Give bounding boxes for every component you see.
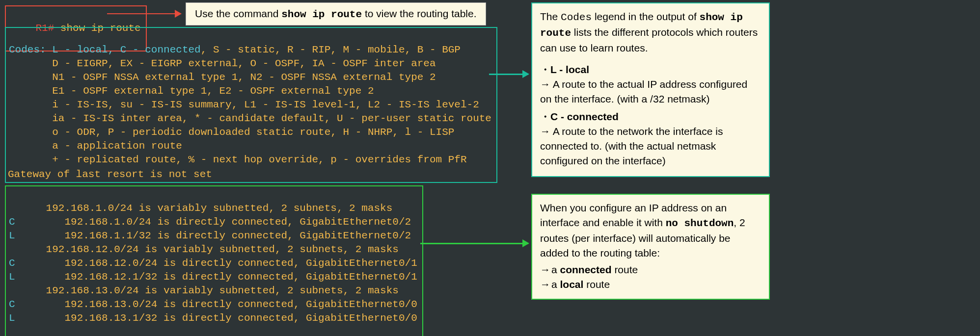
- codes-line: , S - static, R - RIP, M - mobile, B - B…: [201, 44, 461, 55]
- codes-line: + - replicated route, % - next hop overr…: [9, 154, 467, 165]
- route-code: L: [9, 230, 15, 241]
- route-line: 192.168.13.0/24 is variably subnetted, 2…: [9, 285, 399, 296]
- route-code: C: [9, 258, 15, 269]
- list-item-text: route: [583, 279, 610, 290]
- callout-list: L - local A route to the actual IP addre…: [540, 62, 761, 168]
- callout-text: lists the different protocols which rout…: [540, 26, 758, 53]
- route-line: 192.168.1.0/24 is variably subnetted, 2 …: [9, 203, 392, 214]
- callout-text: to view the routing table.: [362, 8, 476, 19]
- callout-mono: Codes: [561, 12, 592, 23]
- codes-line: i - IS-IS, su - IS-IS summary, L1 - IS-I…: [9, 99, 479, 110]
- list-item-bold: local: [560, 279, 584, 290]
- callout-text: The: [540, 11, 561, 22]
- gateway-line: Gateway of last resort is not set: [8, 168, 212, 181]
- route-line: 192.168.1.0/24 is directly connected, Gi…: [15, 216, 411, 228]
- list-item-text: route: [612, 264, 638, 275]
- route-code: C: [9, 216, 15, 228]
- list-item: L - local: [540, 62, 761, 77]
- list-item-label: C - connected: [550, 111, 619, 122]
- route-code: L: [9, 312, 15, 324]
- callout-command-usage: Use the command show ip route to view th…: [186, 2, 486, 26]
- callout-text: Use the command: [195, 8, 281, 19]
- slide-container: R1# show ip route Use the command show i…: [0, 0, 980, 336]
- route-code: L: [9, 271, 15, 283]
- callout-text: The Codes legend in the output of show i…: [540, 9, 761, 55]
- list-item-text: a: [551, 264, 560, 275]
- route-line: 192.168.12.0/24 is directly connected, G…: [15, 258, 417, 269]
- callout-text: When you configure an IP address on an i…: [540, 201, 761, 260]
- callout-command: no shutdown: [666, 218, 734, 229]
- codes-line: o - ODR, P - periodic downloaded static …: [9, 127, 454, 138]
- routing-table-box: 192.168.1.0/24 is variably subnetted, 2 …: [5, 185, 423, 336]
- codes-line: , C - connected: [108, 44, 201, 55]
- callout-command: show ip route: [281, 9, 362, 20]
- codes-line: a - application route: [9, 140, 182, 152]
- arrow-routes-to-explain-callout: [420, 243, 528, 244]
- codes-line: ia - IS-IS inter area, * - candidate def…: [9, 113, 491, 124]
- codes-line: N1 - OSPF NSSA external type 1, N2 - OSP…: [9, 72, 436, 83]
- list-item-label: L - local: [550, 64, 589, 75]
- arrow-prompt-to-callout: [107, 13, 181, 14]
- codes-line: L - local: [46, 44, 108, 55]
- codes-legend-box: Codes: L - local, C - connected, S - sta…: [5, 27, 497, 183]
- codes-line: D - EIGRP, EX - EIGRP external, O - OSPF…: [9, 58, 436, 69]
- list-item-text: a: [551, 279, 560, 290]
- route-line: 192.168.12.1/32 is directly connected, G…: [15, 271, 417, 283]
- codes-label: Codes:: [9, 44, 46, 55]
- route-line: 192.168.1.1/32 is directly connected, Gi…: [15, 230, 411, 241]
- list-item: C - connected: [540, 109, 761, 124]
- route-line: 192.168.13.1/32 is directly connected, G…: [15, 312, 417, 324]
- list-item: a local route: [540, 277, 761, 292]
- callout-route-creation: When you configure an IP address on an i…: [531, 194, 770, 300]
- callout-codes-legend: The Codes legend in the output of show i…: [531, 2, 770, 177]
- route-line: 192.168.13.0/24 is directly connected, G…: [15, 299, 417, 310]
- list-item: a connected route: [540, 262, 761, 277]
- callout-list: a connected route a local route: [540, 262, 761, 292]
- list-item: A route to the actual IP address configu…: [540, 77, 761, 106]
- callout-text: legend in the output of: [592, 11, 700, 22]
- codes-line: E1 - OSPF external type 1, E2 - OSPF ext…: [9, 85, 374, 97]
- route-code: C: [9, 299, 15, 310]
- list-item-bold: connected: [560, 264, 612, 275]
- list-item: A route to the network the interface is …: [540, 124, 761, 168]
- route-line: 192.168.12.0/24 is variably subnetted, 2…: [9, 244, 399, 255]
- arrow-codes-to-legend-callout: [489, 74, 528, 75]
